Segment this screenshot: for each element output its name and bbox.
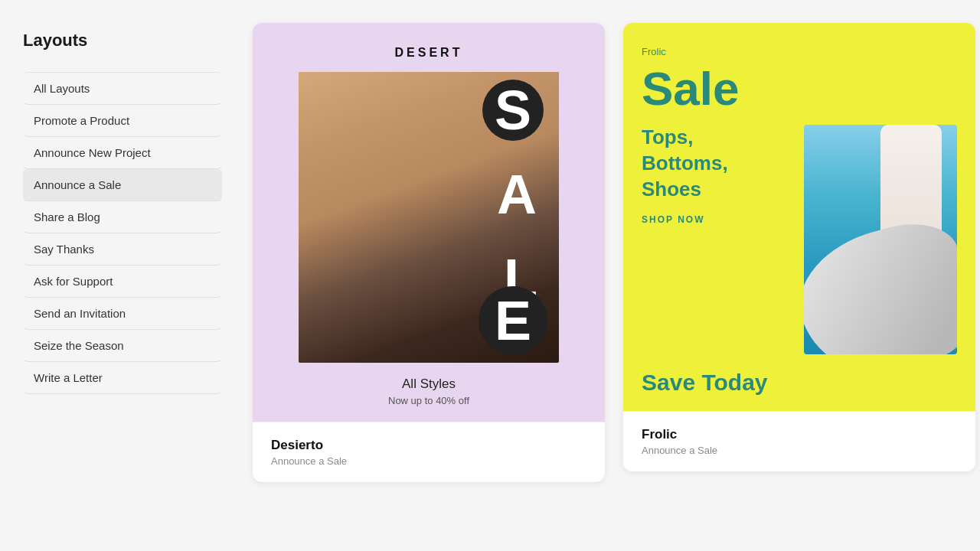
desierto-footer: All Styles Now up to 40% off <box>388 377 469 406</box>
desierto-category: Announce a Sale <box>271 455 586 467</box>
sidebar-item-ask-for-support[interactable]: Ask for Support <box>23 266 222 298</box>
desierto-subtitle: Now up to 40% off <box>388 395 469 406</box>
frolic-brand: Frolic <box>642 46 957 57</box>
frolic-text-col: Tops,Bottoms,Shoes SHOP NOW <box>642 125 804 225</box>
sale-letter-s: S <box>482 80 544 141</box>
frolic-shop-now: SHOP NOW <box>642 214 796 225</box>
frolic-sale-text: Sale <box>642 65 957 112</box>
desierto-preview: DESERT S A L E All Styles Now up to 40% … <box>253 23 605 422</box>
frolic-content-row: Tops,Bottoms,Shoes SHOP NOW <box>642 125 957 354</box>
desierto-name: Desierto <box>271 438 586 453</box>
desierto-all-styles: All Styles <box>388 377 469 392</box>
desierto-brand: DESERT <box>395 46 463 60</box>
frolic-name: Frolic <box>642 427 957 442</box>
main-content: DESERT S A L E All Styles Now up to 40% … <box>237 0 980 551</box>
sidebar-item-send-invitation[interactable]: Send an Invitation <box>23 298 222 330</box>
sidebar-item-announce-new-project[interactable]: Announce New Project <box>23 137 222 169</box>
desierto-image: S A L E <box>299 72 559 363</box>
frolic-preview: Frolic Sale Tops,Bottoms,Shoes SHOP NOW … <box>623 23 975 411</box>
sidebar-item-share-blog[interactable]: Share a Blog <box>23 201 222 233</box>
sidebar-item-write-letter[interactable]: Write a Letter <box>23 362 222 394</box>
sale-letter-e: E <box>479 286 547 355</box>
sidebar-item-promote-product[interactable]: Promote a Product <box>23 105 222 137</box>
sidebar-nav: All LayoutsPromote a ProductAnnounce New… <box>23 72 222 394</box>
sale-letter-a: A <box>486 164 547 225</box>
sidebar-title: Layouts <box>23 31 222 51</box>
frolic-shoe-shape <box>804 212 957 354</box>
card-desierto[interactable]: DESERT S A L E All Styles Now up to 40% … <box>253 23 605 482</box>
sidebar-item-announce-a-sale[interactable]: Announce a Sale <box>23 169 222 201</box>
sidebar-item-say-thanks[interactable]: Say Thanks <box>23 233 222 266</box>
sidebar: Layouts All LayoutsPromote a ProductAnno… <box>0 0 237 551</box>
frolic-items: Tops,Bottoms,Shoes <box>642 125 796 202</box>
frolic-info: Frolic Announce a Sale <box>623 411 975 471</box>
frolic-image <box>804 125 957 354</box>
frolic-category: Announce a Sale <box>642 445 957 456</box>
card-frolic[interactable]: Frolic Sale Tops,Bottoms,Shoes SHOP NOW … <box>623 23 975 471</box>
sidebar-item-all-layouts[interactable]: All Layouts <box>23 72 222 105</box>
frolic-save-today: Save Today <box>642 370 957 396</box>
desierto-info: Desierto Announce a Sale <box>253 422 605 482</box>
sidebar-item-seize-season[interactable]: Seize the Season <box>23 330 222 362</box>
